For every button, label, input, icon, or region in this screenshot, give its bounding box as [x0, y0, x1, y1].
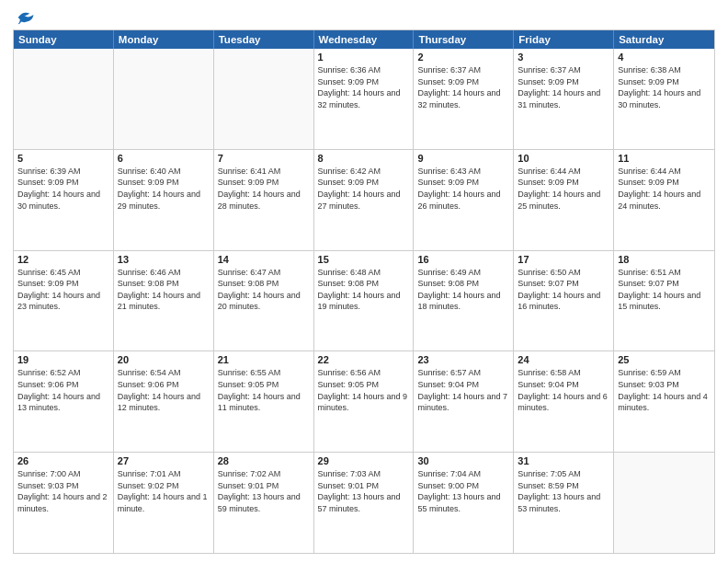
day-cell: 10Sunrise: 6:44 AMSunset: 9:09 PMDayligh…	[514, 150, 614, 250]
day-cell: 15Sunrise: 6:48 AMSunset: 9:08 PMDayligh…	[314, 251, 415, 351]
day-info: Sunrise: 6:39 AMSunset: 9:09 PMDaylight:…	[17, 166, 109, 212]
day-cell: 1Sunrise: 6:36 AMSunset: 9:09 PMDaylight…	[314, 49, 415, 149]
day-cell: 3Sunrise: 6:37 AMSunset: 9:09 PMDaylight…	[514, 49, 614, 149]
day-cell: 16Sunrise: 6:49 AMSunset: 9:08 PMDayligh…	[414, 251, 514, 351]
day-number: 6	[118, 153, 210, 164]
day-cell: 6Sunrise: 6:40 AMSunset: 9:09 PMDaylight…	[114, 150, 214, 250]
day-number: 15	[318, 254, 410, 265]
day-cell: 21Sunrise: 6:55 AMSunset: 9:05 PMDayligh…	[214, 351, 314, 452]
day-info: Sunrise: 6:45 AMSunset: 9:09 PMDaylight:…	[17, 267, 109, 313]
day-number: 14	[218, 254, 310, 265]
day-number: 2	[417, 52, 509, 63]
day-info: Sunrise: 6:54 AMSunset: 9:06 PMDaylight:…	[118, 367, 210, 413]
day-cell: 20Sunrise: 6:54 AMSunset: 9:06 PMDayligh…	[114, 351, 214, 452]
day-cell: 26Sunrise: 7:00 AMSunset: 9:03 PMDayligh…	[14, 453, 114, 553]
day-header-monday: Monday	[114, 30, 214, 49]
calendar: SundayMondayTuesdayWednesdayThursdayFrid…	[13, 29, 715, 554]
day-cell: 19Sunrise: 6:52 AMSunset: 9:06 PMDayligh…	[14, 351, 114, 452]
day-header-tuesday: Tuesday	[214, 30, 314, 49]
day-number: 31	[518, 455, 609, 466]
day-cell: 12Sunrise: 6:45 AMSunset: 9:09 PMDayligh…	[14, 251, 114, 351]
day-header-saturday: Saturday	[614, 30, 714, 49]
day-number: 3	[518, 52, 609, 63]
day-number: 8	[318, 153, 410, 164]
day-header-thursday: Thursday	[414, 30, 514, 49]
day-number: 30	[417, 455, 509, 466]
day-cell: 13Sunrise: 6:46 AMSunset: 9:08 PMDayligh…	[114, 251, 214, 351]
day-info: Sunrise: 7:04 AMSunset: 9:00 PMDaylight:…	[417, 468, 509, 514]
day-info: Sunrise: 6:36 AMSunset: 9:09 PMDaylight:…	[318, 64, 410, 110]
day-cell	[214, 49, 314, 149]
day-cell: 24Sunrise: 6:58 AMSunset: 9:04 PMDayligh…	[514, 351, 614, 452]
day-number: 27	[118, 455, 210, 466]
day-info: Sunrise: 6:42 AMSunset: 9:09 PMDaylight:…	[318, 166, 410, 212]
day-number: 7	[218, 153, 310, 164]
day-header-friday: Friday	[514, 30, 614, 49]
calendar-body: 1Sunrise: 6:36 AMSunset: 9:09 PMDaylight…	[14, 49, 714, 553]
day-cell: 7Sunrise: 6:41 AMSunset: 9:09 PMDaylight…	[214, 150, 314, 250]
day-number: 24	[518, 354, 609, 365]
day-number: 18	[618, 254, 711, 265]
day-number: 10	[518, 153, 609, 164]
calendar-row-3: 19Sunrise: 6:52 AMSunset: 9:06 PMDayligh…	[14, 350, 714, 452]
day-cell	[114, 49, 214, 149]
day-cell: 18Sunrise: 6:51 AMSunset: 9:07 PMDayligh…	[614, 251, 714, 351]
day-cell: 27Sunrise: 7:01 AMSunset: 9:02 PMDayligh…	[114, 453, 214, 553]
day-cell	[614, 453, 714, 553]
day-info: Sunrise: 6:41 AMSunset: 9:09 PMDaylight:…	[218, 166, 310, 212]
day-cell: 17Sunrise: 6:50 AMSunset: 9:07 PMDayligh…	[514, 251, 614, 351]
day-cell: 22Sunrise: 6:56 AMSunset: 9:05 PMDayligh…	[314, 351, 415, 452]
day-headers-row: SundayMondayTuesdayWednesdayThursdayFrid…	[14, 30, 714, 49]
day-number: 9	[417, 153, 509, 164]
day-cell: 31Sunrise: 7:05 AMSunset: 8:59 PMDayligh…	[514, 453, 614, 553]
day-number: 22	[318, 354, 410, 365]
logo-bird-icon	[15, 9, 35, 26]
day-info: Sunrise: 7:00 AMSunset: 9:03 PMDaylight:…	[17, 468, 109, 514]
day-number: 26	[17, 455, 109, 466]
day-number: 23	[417, 354, 509, 365]
day-info: Sunrise: 6:58 AMSunset: 9:04 PMDaylight:…	[518, 367, 609, 413]
day-info: Sunrise: 6:46 AMSunset: 9:08 PMDaylight:…	[118, 267, 210, 313]
day-info: Sunrise: 6:44 AMSunset: 9:09 PMDaylight:…	[518, 166, 609, 212]
calendar-row-0: 1Sunrise: 6:36 AMSunset: 9:09 PMDaylight…	[14, 49, 714, 149]
day-info: Sunrise: 7:03 AMSunset: 9:01 PMDaylight:…	[318, 468, 410, 514]
day-info: Sunrise: 7:05 AMSunset: 8:59 PMDaylight:…	[518, 468, 609, 514]
day-info: Sunrise: 6:37 AMSunset: 9:09 PMDaylight:…	[417, 64, 509, 110]
day-info: Sunrise: 6:56 AMSunset: 9:05 PMDaylight:…	[318, 367, 410, 413]
day-info: Sunrise: 6:40 AMSunset: 9:09 PMDaylight:…	[118, 166, 210, 212]
day-cell: 29Sunrise: 7:03 AMSunset: 9:01 PMDayligh…	[314, 453, 415, 553]
day-info: Sunrise: 6:55 AMSunset: 9:05 PMDaylight:…	[218, 367, 310, 413]
day-info: Sunrise: 6:59 AMSunset: 9:03 PMDaylight:…	[618, 367, 711, 413]
day-info: Sunrise: 6:49 AMSunset: 9:08 PMDaylight:…	[417, 267, 509, 313]
day-number: 20	[118, 354, 210, 365]
day-cell: 14Sunrise: 6:47 AMSunset: 9:08 PMDayligh…	[214, 251, 314, 351]
day-number: 1	[318, 52, 410, 63]
calendar-row-2: 12Sunrise: 6:45 AMSunset: 9:09 PMDayligh…	[14, 250, 714, 351]
day-cell: 11Sunrise: 6:44 AMSunset: 9:09 PMDayligh…	[614, 150, 714, 250]
day-cell: 4Sunrise: 6:38 AMSunset: 9:09 PMDaylight…	[614, 49, 714, 149]
page: SundayMondayTuesdayWednesdayThursdayFrid…	[0, 0, 728, 563]
day-header-wednesday: Wednesday	[314, 30, 415, 49]
calendar-row-1: 5Sunrise: 6:39 AMSunset: 9:09 PMDaylight…	[14, 149, 714, 250]
day-number: 29	[318, 455, 410, 466]
day-info: Sunrise: 7:02 AMSunset: 9:01 PMDaylight:…	[218, 468, 310, 514]
day-info: Sunrise: 6:52 AMSunset: 9:06 PMDaylight:…	[17, 367, 109, 413]
day-cell: 9Sunrise: 6:43 AMSunset: 9:09 PMDaylight…	[414, 150, 514, 250]
calendar-row-4: 26Sunrise: 7:00 AMSunset: 9:03 PMDayligh…	[14, 452, 714, 553]
day-info: Sunrise: 7:01 AMSunset: 9:02 PMDaylight:…	[118, 468, 210, 514]
day-info: Sunrise: 6:57 AMSunset: 9:04 PMDaylight:…	[417, 367, 509, 413]
day-number: 5	[17, 153, 109, 164]
day-cell: 25Sunrise: 6:59 AMSunset: 9:03 PMDayligh…	[614, 351, 714, 452]
day-cell: 5Sunrise: 6:39 AMSunset: 9:09 PMDaylight…	[14, 150, 114, 250]
day-info: Sunrise: 6:47 AMSunset: 9:08 PMDaylight:…	[218, 267, 310, 313]
day-cell: 28Sunrise: 7:02 AMSunset: 9:01 PMDayligh…	[214, 453, 314, 553]
day-info: Sunrise: 6:43 AMSunset: 9:09 PMDaylight:…	[417, 166, 509, 212]
day-cell: 8Sunrise: 6:42 AMSunset: 9:09 PMDaylight…	[314, 150, 415, 250]
day-number: 19	[17, 354, 109, 365]
day-info: Sunrise: 6:37 AMSunset: 9:09 PMDaylight:…	[518, 64, 609, 110]
day-number: 11	[618, 153, 711, 164]
day-number: 16	[417, 254, 509, 265]
day-number: 17	[518, 254, 609, 265]
day-cell: 30Sunrise: 7:04 AMSunset: 9:00 PMDayligh…	[414, 453, 514, 553]
day-info: Sunrise: 6:50 AMSunset: 9:07 PMDaylight:…	[518, 267, 609, 313]
